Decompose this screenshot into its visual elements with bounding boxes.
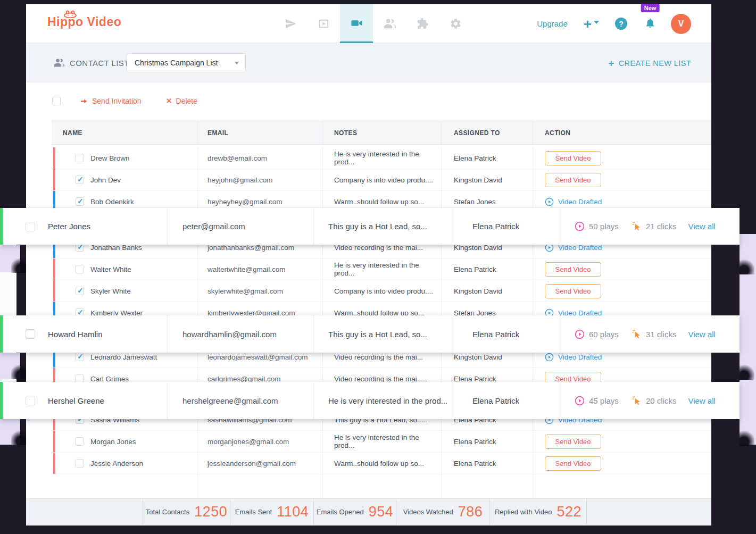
dragged-row[interactable]: Howard Hamlin howardhamlin@gmail.com Thi… <box>0 315 740 353</box>
video-drafted-link[interactable]: Video Drafted <box>545 353 602 362</box>
plus-icon: + <box>608 57 614 69</box>
stats-footer: Total Contacts1250 Emails Sent1104 Email… <box>26 498 711 525</box>
contact-name: Jessie Anderson <box>90 460 143 468</box>
row-checkbox[interactable] <box>76 353 84 361</box>
plays-stat: 50 plays <box>575 221 619 231</box>
table-row: John Dev heyjohn@gmail.com Company is in… <box>52 169 711 191</box>
contacts-icon <box>54 57 64 70</box>
assigned-to: Elena Patrick <box>452 382 561 419</box>
col-header-assigned: ASSIGNED TO <box>442 121 533 144</box>
tab-video-camera-active[interactable] <box>340 4 373 43</box>
create-new-list-button[interactable]: + CREATE NEW LIST <box>608 57 691 69</box>
contact-email: jessieanderson@gmail.com <box>198 453 323 474</box>
contact-list-bar: CONTACT LIST Christmas Campaign List + C… <box>26 43 711 82</box>
tab-integrations[interactable] <box>406 4 439 43</box>
avatar[interactable]: V <box>671 14 691 34</box>
create-new-button[interactable]: + <box>584 18 599 30</box>
contact-name: Bob Odenkirk <box>90 198 134 206</box>
view-all-link[interactable]: View all <box>688 222 715 231</box>
help-button[interactable]: ? <box>615 18 627 30</box>
send-video-button[interactable]: Send Video <box>545 456 601 471</box>
shadow-blob <box>740 430 754 446</box>
upgrade-link[interactable]: Upgrade <box>537 19 568 28</box>
page: Hippo Video <box>0 0 756 534</box>
list-dropdown-value: Christmas Campaign List <box>135 59 235 67</box>
list-dropdown[interactable]: Christmas Campaign List <box>127 53 246 72</box>
row-checkbox[interactable] <box>76 154 84 162</box>
row-checkbox[interactable] <box>76 176 84 184</box>
shadow-blob <box>11 429 26 445</box>
row-checkbox[interactable] <box>76 459 84 468</box>
row-color-bar <box>53 147 55 169</box>
contact-notes: This guy is a Hot Lead, so... <box>314 208 452 245</box>
send-video-button[interactable]: Send Video <box>545 435 601 449</box>
table-row: Morgan Jones morganjones@gmail.com He is… <box>52 431 711 453</box>
contact-name: Peter Jones <box>48 222 90 231</box>
shadow-blob <box>11 257 26 273</box>
col-header-name: NAME <box>52 121 198 144</box>
contact-email: morganjones@gmail.com <box>198 431 323 452</box>
contact-notes: This guy is a Hot Lead, so... <box>314 315 452 353</box>
send-invitation-button[interactable]: Send Invitation <box>80 97 142 105</box>
header-right: Upgrade + ? New V <box>537 4 711 43</box>
gear-icon <box>450 18 462 30</box>
clicks-stat: 31 clicks <box>632 329 677 339</box>
plays-stat: 60 plays <box>575 329 619 339</box>
send-video-button[interactable]: Send Video <box>545 262 601 277</box>
chevron-down-icon <box>235 62 239 64</box>
stat-total-contacts: Total Contacts1250 <box>143 499 230 525</box>
row-checkbox[interactable] <box>76 437 84 446</box>
contact-name: Walter White <box>90 265 131 273</box>
table-row: Jessie Anderson jessieanderson@gmail.com… <box>52 453 711 474</box>
view-all-link[interactable]: View all <box>688 330 715 339</box>
row-checkbox[interactable] <box>76 197 84 206</box>
contact-name: Drew Brown <box>90 154 130 162</box>
assigned-to: Elena Patrick <box>442 258 533 280</box>
play-circle-icon <box>575 329 585 339</box>
col-header-action: ACTION <box>533 121 711 144</box>
play-circle-icon <box>545 197 554 206</box>
footer-spacer <box>26 499 143 525</box>
stat-emails-sent: Emails Sent1104 <box>230 499 314 525</box>
send-video-button[interactable]: Send Video <box>545 151 601 165</box>
hippo-video-logo[interactable]: Hippo Video <box>47 15 143 29</box>
assigned-to: Elena Patrick <box>442 431 533 452</box>
view-all-link[interactable]: View all <box>688 396 715 405</box>
video-drafted-link[interactable]: Video Drafted <box>545 197 602 206</box>
contact-notes: He is very interested in the prod... <box>323 431 442 452</box>
tab-settings[interactable] <box>439 4 472 43</box>
app-window: Hippo Video <box>26 4 711 525</box>
clicks-stat: 21 clicks <box>632 221 677 231</box>
contact-notes: He is very interested in the prod... <box>323 147 442 169</box>
dragged-row[interactable]: Hershel Greene hershelgreene@gmail.com H… <box>0 382 740 419</box>
cursor-click-icon <box>632 329 642 339</box>
contact-email: skylerwhite@gmail.com <box>198 280 323 302</box>
contact-name: Skyler White <box>90 287 131 295</box>
video-camera-icon <box>351 17 363 29</box>
table-row: Walter White waltertwhite@gmail.com He i… <box>52 258 711 280</box>
plus-icon: + <box>584 18 592 30</box>
row-checkbox[interactable] <box>26 396 35 405</box>
dragged-row[interactable]: Peter Jones peter@gmail.com This guy is … <box>0 208 740 245</box>
contact-notes: He is very interested in the prod... <box>323 258 442 280</box>
plays-stat: 45 plays <box>575 396 619 406</box>
contact-name: Morgan Jones <box>90 438 136 446</box>
chevron-down-icon <box>594 21 599 24</box>
row-checkbox[interactable] <box>76 287 84 295</box>
arrow-right-icon <box>80 97 88 105</box>
tab-contacts[interactable] <box>373 4 406 43</box>
notifications-button[interactable]: New <box>644 16 656 31</box>
delete-button[interactable]: × Delete <box>167 97 197 105</box>
row-color-bar <box>53 280 55 302</box>
send-video-button[interactable]: Send Video <box>545 173 601 187</box>
send-video-button[interactable]: Send Video <box>545 284 601 298</box>
row-checkbox[interactable] <box>26 222 35 231</box>
tab-send[interactable] <box>274 4 307 43</box>
select-all-checkbox[interactable] <box>52 97 61 105</box>
tab-video-library[interactable] <box>307 4 340 43</box>
row-checkbox[interactable] <box>26 329 35 339</box>
contact-name: Leonardo Jameswatt <box>90 353 157 361</box>
clicks-stat: 20 clicks <box>632 396 677 406</box>
row-checkbox[interactable] <box>76 265 84 273</box>
table-header: NAME EMAIL NOTES ASSIGNED TO ACTION <box>52 121 711 145</box>
